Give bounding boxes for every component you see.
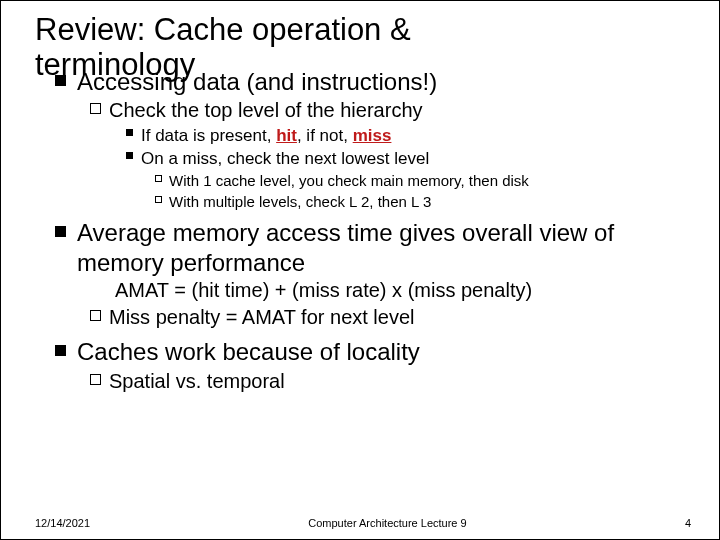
square-outline-icon [81, 103, 109, 114]
amat-formula: AMAT = (hit time) + (miss rate) x (miss … [115, 279, 691, 302]
bullet-locality: Caches work because of locality [43, 337, 691, 366]
text: Spatial vs. temporal [109, 368, 285, 395]
keyword-hit: hit [276, 126, 297, 145]
title-block: Review: Cache operation & terminology Ac… [35, 13, 691, 97]
square-outline-icon [81, 374, 109, 385]
text: With 1 cache level, you check main memor… [169, 171, 529, 192]
text: With multiple levels, check L 2, then L … [169, 192, 431, 213]
text: Average memory access time gives overall… [77, 218, 691, 277]
bullet-spatial-temporal: Spatial vs. temporal [81, 368, 691, 395]
bullet-check-top-level: Check the top level of the hierarchy [81, 97, 691, 124]
text: If data is present, hit, if not, miss [141, 124, 391, 147]
text: Check the top level of the hierarchy [109, 97, 423, 124]
square-bullet-icon [43, 226, 77, 237]
text: On a miss, check the next lowest level [141, 147, 429, 170]
text: Miss penalty = AMAT for next level [109, 304, 415, 331]
bullet-multi-level: With multiple levels, check L 2, then L … [147, 192, 691, 213]
text-mid: , if not, [297, 126, 353, 145]
square-bullet-icon [117, 152, 141, 159]
bullet-accessing-data: Accessing data (and instructions!) [43, 67, 437, 96]
bullet-amat: Average memory access time gives overall… [43, 218, 691, 277]
square-bullet-icon [43, 345, 77, 356]
slide-content: Review: Cache operation & terminology Ac… [35, 13, 691, 395]
square-outline-icon [147, 175, 169, 182]
footer-page-number: 4 [685, 517, 691, 529]
text-prefix: If data is present, [141, 126, 276, 145]
footer-center: Computer Architecture Lecture 9 [90, 517, 685, 529]
text: Caches work because of locality [77, 337, 420, 366]
bullet-miss-penalty: Miss penalty = AMAT for next level [81, 304, 691, 331]
square-outline-icon [81, 310, 109, 321]
title-line-1: Review: Cache operation & [35, 13, 411, 48]
keyword-miss: miss [353, 126, 392, 145]
bullet-hit-miss: If data is present, hit, if not, miss [117, 124, 691, 147]
bullet-on-miss: On a miss, check the next lowest level [117, 147, 691, 170]
square-bullet-icon [117, 129, 141, 136]
slide-footer: 12/14/2021 Computer Architecture Lecture… [35, 517, 691, 529]
square-bullet-icon [43, 75, 77, 86]
text: Accessing data (and instructions!) [77, 67, 437, 96]
square-outline-icon [147, 196, 169, 203]
footer-date: 12/14/2021 [35, 517, 90, 529]
bullet-one-cache-level: With 1 cache level, you check main memor… [147, 171, 691, 192]
